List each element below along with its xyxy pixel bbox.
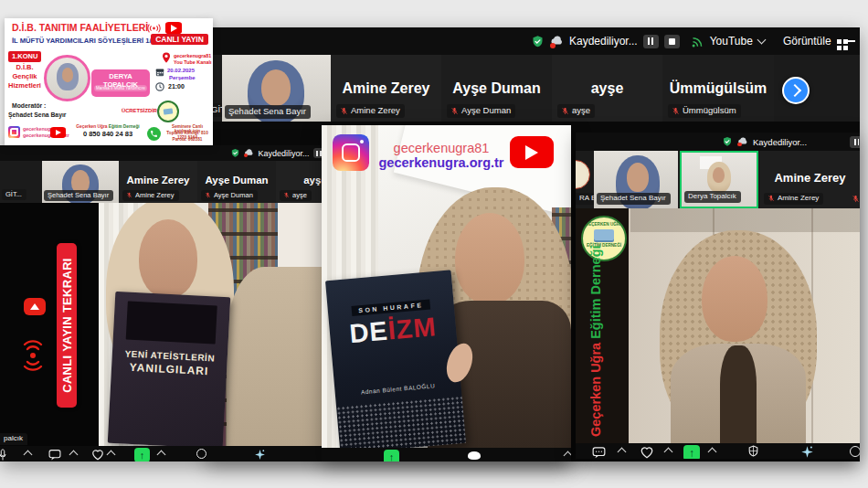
book-deizm: SON HURAFE DEİZM Adnan Bülent BALOĞLU <box>325 270 466 448</box>
muted-mic-icon <box>672 107 680 115</box>
security-shield-icon <box>230 148 240 158</box>
reaction-icon[interactable] <box>468 451 481 460</box>
book-yanilgilari: YENİ ATEİSTLERİN YANILGILARI <box>108 292 231 446</box>
topic-text: Gençlik <box>8 73 41 81</box>
pause-recording-button[interactable] <box>850 136 860 148</box>
view-button[interactable]: Görüntüle <box>783 35 831 48</box>
reactions-heart-icon[interactable] <box>640 446 654 459</box>
reactions-heart-icon[interactable] <box>91 449 104 461</box>
muted-mic-icon <box>205 192 211 198</box>
stop-recording-button[interactable] <box>664 35 680 48</box>
join-info: Parola: 062181 <box>164 137 210 142</box>
chevron-right-icon <box>788 84 800 97</box>
cloud-recording-icon <box>737 136 748 147</box>
chevron-up-icon[interactable] <box>157 451 166 460</box>
cloud-recording-icon <box>244 148 254 158</box>
main-speaker-video: GEÇERKEN UĞRA EĞİTİM DERNEĞİ Geçerken Uğ… <box>576 208 860 443</box>
chevron-down-icon[interactable] <box>757 36 766 45</box>
meeting-toolbar: ↑ <box>322 448 571 461</box>
muted-mic-icon <box>126 192 132 198</box>
poster-title: D.İ.B. TANITIM FAALİYETLERİ <box>12 22 148 33</box>
recording-status: Kaydediliyor... <box>258 149 309 158</box>
participant-video[interactable]: Şehadet Sena Bayır <box>42 161 119 203</box>
participant-video-active[interactable]: Derya Topalcık <box>680 151 758 208</box>
partial-participant-label: GİT... <box>2 189 26 200</box>
next-page-button[interactable] <box>782 77 810 104</box>
stream-instagram-handle: gecerkenugra81 <box>372 141 511 155</box>
chevron-up-icon[interactable] <box>107 451 116 460</box>
poster-subtitle: İL MÜFTÜ YARDIMCILARI SÖYLEŞİLERİ 1/10 <box>12 37 159 46</box>
zoom-window-right: Kaydediliyor... RA EĞİT... Şehadet Sena … <box>576 133 860 459</box>
youtube-stream-label[interactable]: YouTube <box>710 35 753 48</box>
partial-icon[interactable] <box>850 446 860 457</box>
channel-handle: gecerkenugra81 <box>174 53 211 58</box>
participant-video[interactable]: Ayşe Duman Ayşe Duman <box>441 55 552 122</box>
stream-website: gecerkenugra.org.tr <box>372 155 511 170</box>
mic-icon[interactable] <box>0 449 8 461</box>
share-screen-button[interactable]: ↑ <box>134 448 150 461</box>
participant-video[interactable]: Amine Zerey Amine Zerey <box>331 55 441 122</box>
minimize-button[interactable] <box>845 40 855 42</box>
channel-platform: You Tube Kanalı <box>174 59 211 65</box>
chevron-up-icon[interactable] <box>564 451 571 461</box>
muted-mic-icon <box>852 195 860 203</box>
free-label: ÜCRETSİZDİR <box>122 108 157 114</box>
clock-icon <box>155 82 164 91</box>
main-speaker-video: SON HURAFE DEİZM Adnan Bülent BALOĞLU ge… <box>322 125 571 448</box>
ai-companion-icon[interactable] <box>800 445 814 459</box>
instagram-icon <box>333 134 369 171</box>
chevron-up-icon[interactable] <box>24 451 33 460</box>
youtube-play-up-icon <box>24 298 46 315</box>
live-badge: CANLI YAYIN <box>151 34 208 45</box>
event-poster: D.İ.B. TANITIM FAALİYETLERİ İL MÜFTÜ YAR… <box>5 18 213 145</box>
participant-filmstrip: RA EĞİT... Şehadet Sena Bayır Derya Topa… <box>576 151 860 208</box>
muted-mic-icon <box>450 107 459 115</box>
pause-recording-button[interactable] <box>643 35 659 48</box>
chevron-up-icon[interactable] <box>708 448 717 457</box>
participant-video[interactable]: Ayşe Duman Ayşe Duman <box>197 161 276 203</box>
chevron-up-icon[interactable] <box>69 451 79 460</box>
security-shield-icon[interactable] <box>531 35 545 48</box>
dernegi-logo <box>157 101 179 122</box>
calendar-icon <box>155 68 164 77</box>
participant-video[interactable]: Şehadet Sena Bayır <box>222 55 331 122</box>
participant-video[interactable]: Ümmügülsüm Ümmügülsüm <box>662 55 774 122</box>
muted-mic-icon <box>340 107 348 115</box>
share-screen-button[interactable]: ↑ <box>683 445 700 459</box>
main-speaker-video: YENİ ATEİSTLERİN YANILGILARI <box>99 203 322 446</box>
moderator-label: Moderatör : <box>12 102 46 110</box>
live-broadcast-icon <box>22 339 44 372</box>
chat-icon[interactable] <box>48 449 61 461</box>
participant-filmstrip: GİT_ Şehadet Sena Bayır Amine Zerey Amin… <box>206 55 860 122</box>
speaker-avatar <box>44 55 90 101</box>
event-day: Perşembe <box>169 75 196 81</box>
live-stream-icon <box>691 35 704 48</box>
record-icon[interactable] <box>196 449 206 459</box>
participant-video[interactable]: Şehadet Sena Bayır <box>594 151 678 208</box>
participant-video[interactable]: Amine Zerey Amine Zerey <box>119 161 197 203</box>
org-vertical-text: Geçerken Uğra Eğitim Derneği <box>588 267 605 437</box>
recording-status: Kaydediliyor... <box>569 35 638 48</box>
titlebar: Kaydediliyor... <box>576 133 860 151</box>
zoom-window-middle: SON HURAFE DEİZM Adnan Bülent BALOĞLU ge… <box>322 125 571 461</box>
youtube-icon <box>165 22 182 34</box>
muted-mic-icon <box>561 107 569 115</box>
security-icon[interactable] <box>747 445 759 458</box>
on-air-icon <box>147 23 161 34</box>
view-grid-icon[interactable] <box>837 39 842 44</box>
location-pin-icon <box>162 52 171 63</box>
speaker-badge: DERYA TOPALCIK Manisa İl Müftü Yardımcıs… <box>91 69 150 97</box>
chevron-up-icon[interactable] <box>664 448 673 457</box>
participant-video[interactable]: ayşe ayşe <box>552 55 662 122</box>
cloud-recording-icon <box>550 35 564 48</box>
live-replay-banner: CANLI YAYIN TEKRARI <box>57 243 77 408</box>
ai-companion-icon[interactable] <box>254 449 266 461</box>
recording-status: Kaydediliyor... <box>753 137 807 147</box>
youtube-icon <box>510 136 554 168</box>
event-date: 20.02.2025 <box>167 68 195 74</box>
share-screen-button[interactable]: ↑ <box>384 450 399 461</box>
chat-icon[interactable] <box>592 446 606 459</box>
participant-video[interactable]: Amine Zerey Amine Zerey <box>760 151 860 208</box>
meeting-toolbar: ↑ <box>576 443 860 459</box>
chevron-up-icon[interactable] <box>618 448 627 457</box>
